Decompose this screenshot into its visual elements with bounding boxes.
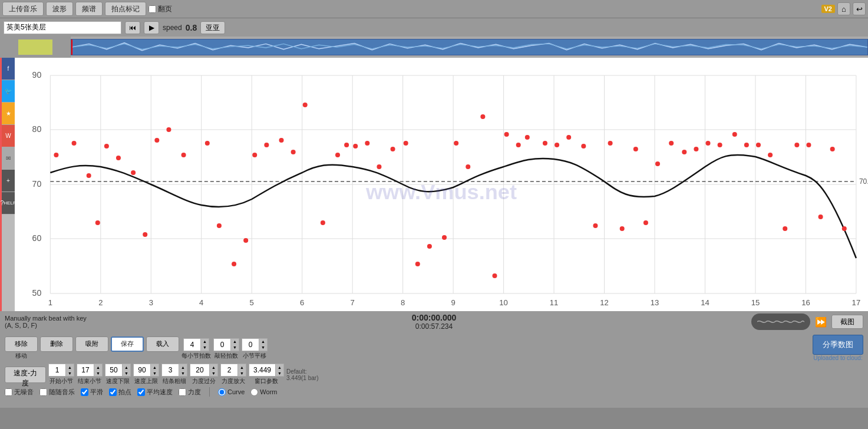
end-bar-up[interactable]: ▲	[94, 364, 102, 370]
curve-radio[interactable]	[218, 388, 226, 396]
smooth-checkbox[interactable]	[81, 388, 88, 396]
waveform-left	[0, 37, 71, 58]
random-checkbox[interactable]	[39, 388, 47, 396]
weibo-button[interactable]: W	[2, 125, 15, 147]
noise-checkbox[interactable]	[5, 388, 12, 396]
window-param-up[interactable]: ▲	[275, 364, 283, 370]
force-checkbox[interactable]	[179, 388, 186, 396]
speed-min-down[interactable]: ▼	[122, 370, 130, 376]
load-button[interactable]: 载入	[146, 336, 179, 352]
plus-button[interactable]: +	[2, 170, 15, 192]
random-checkbox-label[interactable]: 随随音乐	[39, 388, 75, 397]
svg-text:70: 70	[32, 179, 42, 189]
force-zoom-down[interactable]: ▼	[237, 370, 246, 376]
tap-count-up[interactable]: ▲	[230, 339, 239, 345]
svg-point-64	[264, 143, 269, 147]
avg-speed-checkbox-label[interactable]: 平均速度	[137, 388, 173, 397]
song-name-input[interactable]	[4, 21, 121, 34]
force-smooth-down[interactable]: ▼	[209, 370, 217, 376]
svg-point-55	[143, 232, 147, 237]
smooth-checkbox-label[interactable]: 平滑	[81, 388, 103, 397]
svg-point-58	[181, 153, 186, 157]
end-bar-input[interactable]	[77, 366, 94, 374]
star-button[interactable]: ★	[2, 103, 15, 125]
tap-count-input[interactable]	[214, 341, 230, 349]
speed-max-input[interactable]	[134, 366, 150, 374]
apply-button[interactable]: 亚亚	[200, 21, 225, 34]
home-button[interactable]: ⌂	[837, 2, 850, 15]
bar-step-input[interactable]	[242, 341, 259, 349]
force-zoom-input[interactable]	[221, 366, 237, 374]
force-smooth-input[interactable]	[190, 366, 209, 374]
flip-checkbox[interactable]	[148, 5, 156, 13]
noise-checkbox-label[interactable]: 无噪音	[5, 388, 34, 397]
save-button[interactable]: 保存	[111, 336, 144, 352]
split-button[interactable]: 分季数图	[813, 335, 863, 355]
bar-step-up[interactable]: ▲	[259, 339, 267, 345]
worm-radio[interactable]	[250, 388, 258, 396]
beats-per-bar-input[interactable]	[184, 341, 200, 349]
default-info: Default: 3.449(1 bar)	[286, 368, 318, 381]
chart-area[interactable]: f 🐦 ★ W ✉ + ?HELP	[0, 58, 868, 311]
speed-force-button[interactable]: 速度-力度	[5, 367, 46, 383]
end-bar-down[interactable]: ▼	[94, 370, 102, 376]
svg-rect-0	[71, 39, 867, 55]
line-thin-down[interactable]: ▼	[179, 370, 187, 376]
beats-per-bar-up[interactable]: ▲	[200, 339, 209, 345]
svg-text:60: 60	[32, 233, 42, 243]
svg-point-95	[655, 161, 660, 166]
cut-button[interactable]: 截图	[831, 315, 863, 329]
upload-music-button[interactable]: 上传音乐	[2, 2, 44, 16]
line-thin-input[interactable]	[162, 366, 179, 374]
svg-text:13: 13	[651, 298, 659, 307]
waveform-main[interactable]	[71, 39, 868, 55]
absorb-button[interactable]: 吸附	[75, 336, 108, 352]
svg-point-94	[643, 220, 648, 225]
svg-text:8: 8	[401, 298, 405, 307]
svg-text:7: 7	[351, 298, 355, 307]
start-bar-input[interactable]	[49, 366, 65, 374]
window-param-down[interactable]: ▼	[275, 370, 283, 376]
beats-per-bar-down[interactable]: ▼	[200, 345, 209, 351]
beat-point-checkbox-label[interactable]: 拍点	[109, 388, 131, 397]
start-bar-up[interactable]: ▲	[65, 364, 74, 370]
start-bar-down[interactable]: ▼	[65, 370, 74, 376]
flip-checkbox-label[interactable]: 翻页	[148, 4, 172, 14]
avg-speed-checkbox[interactable]	[137, 388, 145, 396]
back-button[interactable]: ↩	[853, 2, 866, 15]
curve-radio-label[interactable]: Curve	[218, 388, 245, 396]
speed-max-up[interactable]: ▲	[150, 364, 159, 370]
facebook-button[interactable]: f	[2, 58, 15, 80]
wave-speed-icon: ⏩	[815, 316, 827, 328]
beats-per-bar-spinbox: ▲ ▼ 每小节拍数	[181, 338, 211, 360]
svg-point-102	[744, 143, 749, 147]
speed-min-up[interactable]: ▲	[122, 364, 130, 370]
waveform-button[interactable]: 波形	[46, 2, 73, 16]
play-button[interactable]: ▶	[144, 21, 159, 34]
bar-step-down[interactable]: ▼	[259, 345, 267, 351]
svg-point-97	[682, 150, 687, 154]
twitter-button[interactable]: 🐦	[2, 80, 15, 103]
force-smooth-up[interactable]: ▲	[209, 364, 217, 370]
spectrum-button[interactable]: 频谱	[75, 2, 103, 16]
window-param-input[interactable]	[249, 366, 275, 374]
worm-radio-label[interactable]: Worm	[250, 388, 277, 396]
beat-mark-button[interactable]: 拍点标记	[105, 2, 146, 16]
beat-point-checkbox[interactable]	[109, 388, 117, 396]
help-button[interactable]: ?HELP	[2, 192, 15, 214]
force-checkbox-label[interactable]: 力度	[179, 388, 201, 397]
speed-min-input[interactable]	[105, 366, 122, 374]
mail-button[interactable]: ✉	[2, 147, 15, 170]
svg-point-66	[291, 150, 296, 154]
move-button[interactable]: 移除	[5, 336, 38, 352]
svg-point-88	[566, 135, 571, 140]
svg-point-85	[525, 135, 530, 140]
prev-button[interactable]: ⏮	[125, 21, 140, 34]
line-thin-up[interactable]: ▲	[179, 364, 187, 370]
delete-button[interactable]: 删除	[40, 336, 73, 352]
beat-instruction: Manually mark beat with key (A, S, D, F)	[5, 315, 407, 329]
move-label: 移动	[15, 352, 27, 360]
tap-count-down[interactable]: ▼	[230, 345, 239, 351]
force-zoom-up[interactable]: ▲	[237, 364, 246, 370]
speed-max-down[interactable]: ▼	[150, 370, 159, 376]
